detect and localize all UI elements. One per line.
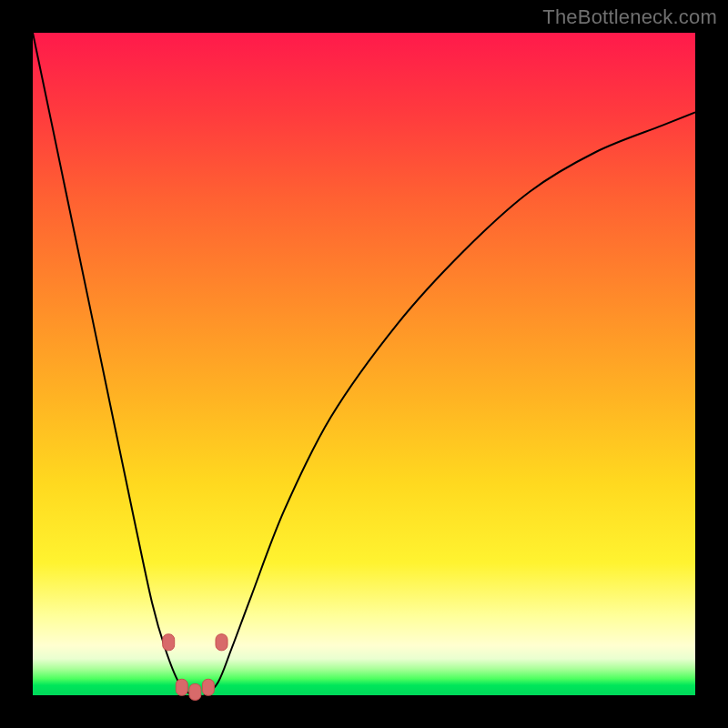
curve-node <box>202 679 214 695</box>
curve-layer <box>33 33 695 695</box>
curve-node <box>189 683 201 700</box>
bottleneck-curve <box>33 33 695 696</box>
curve-node <box>216 634 228 651</box>
chart-frame: TheBottleneck.com <box>0 0 728 728</box>
curve-node <box>163 634 175 651</box>
curve-node <box>176 679 187 695</box>
plot-area <box>33 33 695 695</box>
watermark-text: TheBottleneck.com <box>542 5 717 29</box>
